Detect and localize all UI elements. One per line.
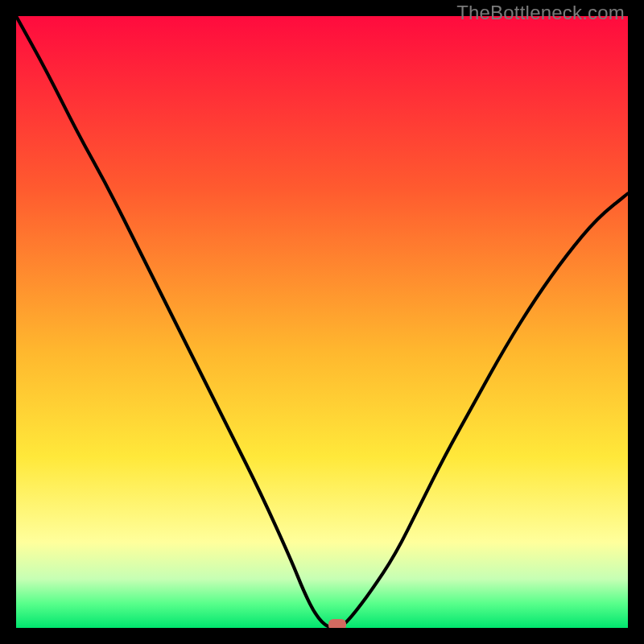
- bottleneck-chart: [16, 16, 628, 628]
- plot-area: [16, 16, 628, 628]
- minimum-marker: [328, 619, 346, 628]
- gradient-background: [16, 16, 628, 628]
- outer-frame: TheBottleneck.com: [0, 0, 644, 644]
- watermark-text: TheBottleneck.com: [456, 2, 625, 24]
